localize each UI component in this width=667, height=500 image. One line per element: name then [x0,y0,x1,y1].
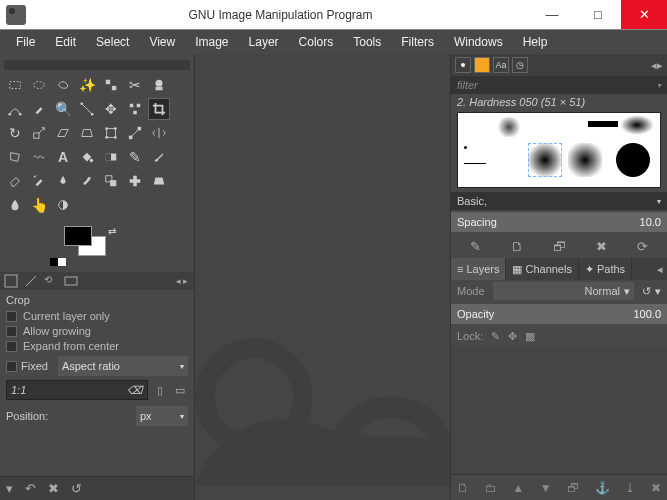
tab-channels[interactable]: ▦Channels [506,258,578,280]
tab-menu-icon[interactable]: ◂▸ [176,276,190,286]
tab-layers[interactable]: ≡Layers [451,258,506,280]
menu-file[interactable]: File [8,33,43,51]
tool-unified-transform[interactable] [100,122,122,144]
tool-ink[interactable] [52,170,74,192]
brush-thumb[interactable] [496,117,522,137]
tool-paintbrush[interactable] [148,146,170,168]
lower-layer-icon[interactable]: ▼ [540,481,552,495]
tool-foreground-select[interactable] [148,74,170,96]
new-layer-icon[interactable]: 🗋 [457,481,469,495]
tool-align[interactable] [124,98,146,120]
tool-cage[interactable] [4,146,26,168]
brush-thumb[interactable] [620,115,654,135]
ratio-input[interactable]: 1:1⌫ [6,380,148,400]
tool-perspective[interactable] [76,122,98,144]
tool-fuzzy-select[interactable]: ✨ [76,74,98,96]
brush-spacing-slider[interactable]: Spacing 10.0 [451,212,667,232]
color-swatches[interactable]: ⇄ [64,226,124,266]
restore-preset-icon[interactable]: ↶ [25,481,36,496]
save-preset-icon[interactable]: ▾ [6,481,13,496]
portrait-icon[interactable]: ▯ [152,382,168,398]
brush-thumb[interactable] [464,163,486,164]
chk-fixed[interactable] [6,361,17,372]
canvas-area[interactable] [195,54,450,500]
layers-list[interactable] [451,346,667,474]
tool-zoom[interactable]: 🔍 [52,98,74,120]
tool-dodge-burn[interactable] [52,194,74,216]
tool-color-picker[interactable] [28,98,50,120]
menu-image[interactable]: Image [187,33,236,51]
new-brush-icon[interactable]: 🗋 [511,239,524,254]
tool-perspective-clone[interactable] [148,170,170,192]
tool-scissors[interactable]: ✂ [124,74,146,96]
tool-eraser[interactable] [4,170,26,192]
delete-brush-icon[interactable]: ✖ [596,239,607,254]
tool-ellipse-select[interactable] [28,74,50,96]
mode-reset-icon[interactable]: ↺ [642,285,651,298]
tool-heal[interactable] [124,170,146,192]
duplicate-brush-icon[interactable]: 🗗 [553,239,566,254]
menu-layer[interactable]: Layer [241,33,287,51]
refresh-brushes-icon[interactable]: ⟳ [637,239,648,254]
patterns-tab-icon[interactable] [474,57,490,73]
tool-warp[interactable] [28,146,50,168]
tab-device-status-icon[interactable] [24,274,38,288]
tool-scale[interactable] [28,122,50,144]
tool-smudge[interactable]: 👆 [28,194,50,216]
reset-icon[interactable]: ↺ [71,481,82,496]
tool-crop[interactable] [148,98,170,120]
default-colors-icon[interactable] [50,258,66,266]
brush-grid[interactable] [457,112,661,188]
menu-select[interactable]: Select [88,33,137,51]
delete-preset-icon[interactable]: ✖ [48,481,59,496]
tool-move[interactable]: ✥ [100,98,122,120]
tool-handle-transform[interactable] [124,122,146,144]
tool-paths[interactable] [4,98,26,120]
document-history-tab-icon[interactable]: ◷ [512,57,528,73]
lock-alpha-icon[interactable]: ▩ [525,330,535,343]
tool-pencil[interactable]: ✎ [124,146,146,168]
edit-brush-icon[interactable]: ✎ [470,239,481,254]
tab-images-icon[interactable] [64,274,78,288]
brushes-tab-icon[interactable] [455,57,471,73]
merge-down-icon[interactable]: ⤓ [625,481,635,495]
chk-expand-center[interactable] [6,341,17,352]
tab-paths[interactable]: ✦Paths [579,258,632,280]
opacity-slider[interactable]: Opacity 100.0 [451,304,667,324]
tab-tool-options-icon[interactable] [4,274,18,288]
brush-filter-input[interactable]: filter ▾ [451,76,667,94]
maximize-button[interactable]: □ [575,0,621,29]
menu-view[interactable]: View [141,33,183,51]
tool-shear[interactable] [52,122,74,144]
tool-airbrush[interactable] [28,170,50,192]
brush-thumb-selected[interactable] [528,143,562,177]
tool-gradient[interactable] [100,146,122,168]
fonts-tab-icon[interactable]: Aa [493,57,509,73]
menu-colors[interactable]: Colors [291,33,342,51]
anchor-layer-icon[interactable]: ⚓ [595,481,610,495]
brush-thumb[interactable] [568,143,602,177]
tool-flip[interactable] [148,122,170,144]
delete-layer-icon[interactable]: ✖ [651,481,661,495]
menu-help[interactable]: Help [515,33,556,51]
layers-tab-menu-icon[interactable]: ◂ [653,263,667,276]
lock-pixels-icon[interactable]: ✎ [491,330,500,343]
tool-blur[interactable] [4,194,26,216]
tool-free-select[interactable] [52,74,74,96]
chk-current-layer[interactable] [6,311,17,322]
brushes-tab-menu-icon[interactable]: ◂▸ [651,59,663,72]
fixed-mode-dropdown[interactable]: Aspect ratio▾ [58,356,188,376]
duplicate-layer-icon[interactable]: 🗗 [567,481,579,495]
raise-layer-icon[interactable]: ▲ [512,481,524,495]
chk-allow-growing[interactable] [6,326,17,337]
minimize-button[interactable]: — [529,0,575,29]
tool-clone[interactable] [100,170,122,192]
menu-filters[interactable]: Filters [393,33,442,51]
lock-position-icon[interactable]: ✥ [508,330,517,343]
toolbox-gripper[interactable] [4,60,190,70]
tool-rotate[interactable]: ↻ [4,122,26,144]
brush-preset-dropdown[interactable]: Basic,▾ [451,192,667,210]
tool-text[interactable]: A [52,146,74,168]
tool-bucket-fill[interactable] [76,146,98,168]
tool-by-color-select[interactable] [100,74,122,96]
